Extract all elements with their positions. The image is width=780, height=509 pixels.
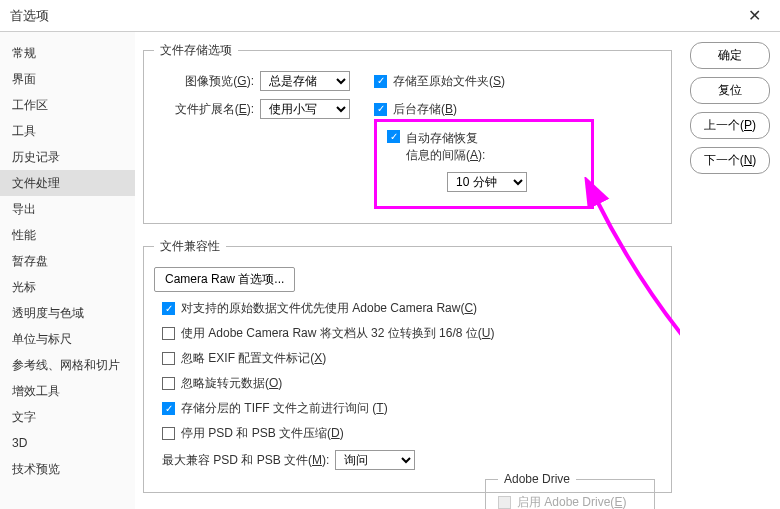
file-compatibility-group: 文件兼容性 Camera Raw 首选项... ✓对支持的原始数据文件优先使用 … (143, 238, 672, 493)
adobe-drive-group: Adobe Drive 启用 Adobe Drive(E) (485, 472, 655, 509)
sidebar-item-7[interactable]: 性能 (0, 222, 135, 248)
auto-save-highlight: ✓ 自动存储恢复 信息的间隔(A): 10 分钟 (374, 119, 594, 209)
file-save-options-group: 文件存储选项 图像预览(G): 总是存储 ✓ 存储至原始文件夹(S) 文件扩展名… (143, 42, 672, 224)
sidebar-item-3[interactable]: 工具 (0, 118, 135, 144)
disable-compression-label: 停用 PSD 和 PSB 文件压缩(D) (181, 425, 344, 442)
sidebar-item-5[interactable]: 文件处理 (0, 170, 135, 196)
ignore-exif-label: 忽略 EXIF 配置文件标记(X) (181, 350, 326, 367)
image-preview-select[interactable]: 总是存储 (260, 71, 350, 91)
ok-button[interactable]: 确定 (690, 42, 770, 69)
acr-32-to-16-label: 使用 Adobe Camera Raw 将文档从 32 位转换到 16/8 位(… (181, 325, 494, 342)
file-extension-select[interactable]: 使用小写 (260, 99, 350, 119)
sidebar-item-16[interactable]: 技术预览 (0, 456, 135, 482)
auto-save-interval-select[interactable]: 10 分钟 (447, 172, 527, 192)
right-buttons: 确定 复位 上一个(P) 下一个(N) (680, 32, 780, 509)
sidebar-item-1[interactable]: 界面 (0, 66, 135, 92)
sidebar-item-10[interactable]: 透明度与色域 (0, 300, 135, 326)
camera-raw-prefs-button[interactable]: Camera Raw 首选项... (154, 267, 295, 292)
prefer-acr-checkbox[interactable]: ✓ (162, 302, 175, 315)
next-button[interactable]: 下一个(N) (690, 147, 770, 174)
sidebar-item-9[interactable]: 光标 (0, 274, 135, 300)
adobe-drive-legend: Adobe Drive (498, 472, 576, 486)
window-title: 首选项 (10, 7, 49, 25)
ignore-rotation-label: 忽略旋转元数据(O) (181, 375, 282, 392)
sidebar-item-8[interactable]: 暂存盘 (0, 248, 135, 274)
sidebar-item-6[interactable]: 导出 (0, 196, 135, 222)
sidebar-item-4[interactable]: 历史记录 (0, 144, 135, 170)
auto-save-recovery-checkbox[interactable]: ✓ (387, 130, 400, 143)
reset-button[interactable]: 复位 (690, 77, 770, 104)
prefer-acr-label: 对支持的原始数据文件优先使用 Adobe Camera Raw(C) (181, 300, 477, 317)
sidebar-item-0[interactable]: 常规 (0, 40, 135, 66)
sidebar-item-11[interactable]: 单位与标尺 (0, 326, 135, 352)
file-compatibility-legend: 文件兼容性 (154, 238, 226, 255)
enable-adobe-drive-checkbox (498, 496, 511, 509)
disable-compression-checkbox[interactable] (162, 427, 175, 440)
sidebar: 常规界面工作区工具历史记录文件处理导出性能暂存盘光标透明度与色域单位与标尺参考线… (0, 32, 135, 509)
save-original-folder-label: 存储至原始文件夹(S) (393, 73, 505, 90)
acr-32-to-16-checkbox[interactable] (162, 327, 175, 340)
sidebar-item-12[interactable]: 参考线、网格和切片 (0, 352, 135, 378)
prev-button[interactable]: 上一个(P) (690, 112, 770, 139)
background-save-label: 后台存储(B) (393, 101, 457, 118)
file-save-legend: 文件存储选项 (154, 42, 238, 59)
file-extension-label: 文件扩展名(E): (154, 101, 254, 118)
ask-layered-tiff-checkbox[interactable]: ✓ (162, 402, 175, 415)
ignore-rotation-checkbox[interactable] (162, 377, 175, 390)
ask-layered-tiff-label: 存储分层的 TIFF 文件之前进行询问 (T) (181, 400, 388, 417)
sidebar-item-14[interactable]: 文字 (0, 404, 135, 430)
sidebar-item-15[interactable]: 3D (0, 430, 135, 456)
sidebar-item-2[interactable]: 工作区 (0, 92, 135, 118)
max-compat-label: 最大兼容 PSD 和 PSB 文件(M): (162, 452, 329, 469)
auto-save-recovery-label: 自动存储恢复 信息的间隔(A): (406, 130, 485, 164)
enable-adobe-drive-label: 启用 Adobe Drive(E) (517, 494, 626, 509)
main-panel: 文件存储选项 图像预览(G): 总是存储 ✓ 存储至原始文件夹(S) 文件扩展名… (135, 32, 680, 509)
save-original-folder-checkbox[interactable]: ✓ (374, 75, 387, 88)
image-preview-label: 图像预览(G): (154, 73, 254, 90)
max-compat-select[interactable]: 询问 (335, 450, 415, 470)
ignore-exif-checkbox[interactable] (162, 352, 175, 365)
close-icon[interactable]: ✕ (738, 6, 770, 25)
sidebar-item-13[interactable]: 增效工具 (0, 378, 135, 404)
background-save-checkbox[interactable]: ✓ (374, 103, 387, 116)
